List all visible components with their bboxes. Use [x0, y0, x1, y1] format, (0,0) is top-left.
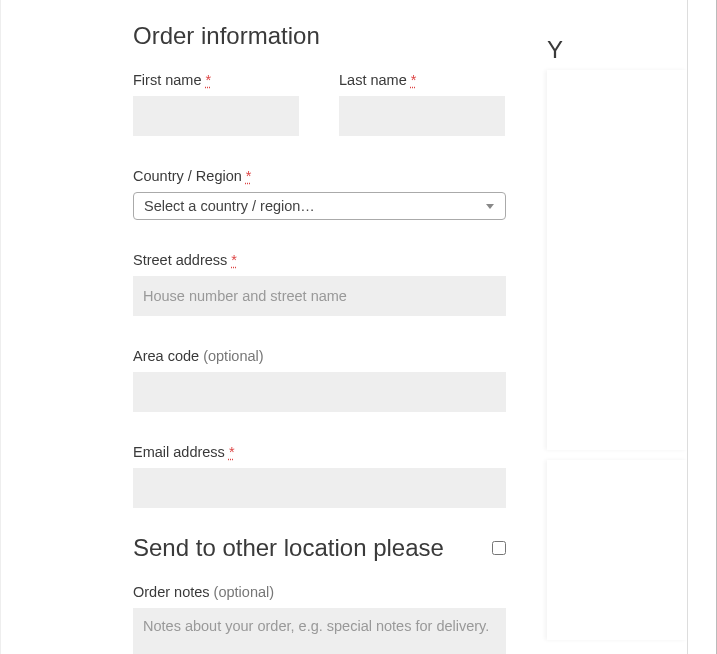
required-marker: * — [411, 72, 417, 88]
order-notes-label: Order notes (optional) — [133, 584, 506, 600]
right-panel-heading: Y — [547, 36, 687, 64]
order-notes-field[interactable] — [133, 608, 506, 654]
first-name-field[interactable] — [133, 96, 299, 136]
area-code-field[interactable] — [133, 372, 506, 412]
required-marker: * — [229, 444, 235, 460]
street-field[interactable] — [133, 276, 506, 316]
last-name-field[interactable] — [339, 96, 505, 136]
optional-suffix: (optional) — [203, 348, 263, 364]
first-name-label: First name * — [133, 72, 299, 88]
order-info-heading: Order information — [133, 22, 506, 50]
email-field[interactable] — [133, 468, 506, 508]
ship-other-checkbox[interactable] — [492, 541, 506, 555]
email-label: Email address * — [133, 444, 506, 460]
optional-suffix: (optional) — [214, 584, 274, 600]
country-label: Country / Region * — [133, 168, 506, 184]
ship-other-heading: Send to other location please — [133, 534, 444, 562]
required-marker: * — [206, 72, 212, 88]
required-marker: * — [231, 252, 237, 268]
area-code-label: Area code (optional) — [133, 348, 506, 364]
country-select[interactable]: Select a country / region… — [133, 192, 506, 220]
right-panel — [547, 70, 687, 450]
frame-border-left — [0, 0, 1, 654]
chevron-down-icon — [481, 197, 499, 215]
right-panel-lower — [547, 460, 687, 640]
street-label: Street address * — [133, 252, 506, 268]
last-name-label: Last name * — [339, 72, 505, 88]
vertical-divider — [687, 0, 688, 654]
required-marker: * — [246, 168, 252, 184]
country-select-placeholder: Select a country / region… — [144, 198, 315, 214]
